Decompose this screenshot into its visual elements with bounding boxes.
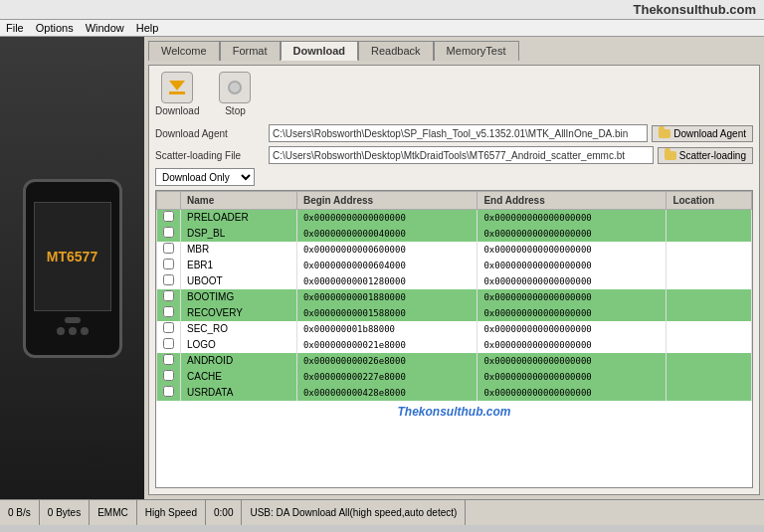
table-watermark: Thekonsulthub.com [156, 401, 752, 423]
checkbox-cache[interactable] [163, 370, 174, 381]
row-name: BOOTIMG [181, 289, 297, 305]
checkbox-bootimg[interactable] [163, 290, 174, 301]
agent-button[interactable]: Download Agent [652, 125, 753, 142]
row-location [667, 289, 752, 305]
row-begin: 0x000000000428e8000 [296, 385, 478, 401]
table-header-row: Name Begin Address End Address Location [157, 192, 752, 210]
checkbox-uboot[interactable] [163, 274, 174, 285]
row-end: 0x000000000000000000 [478, 385, 667, 401]
tabs: Welcome Format Download Readback MemoryT… [148, 41, 760, 61]
checkbox-dsp_bl[interactable] [163, 227, 174, 238]
col-end: End Address [478, 192, 667, 210]
row-name: RECOVERY [181, 305, 297, 321]
phone-dot-home [69, 327, 77, 335]
menubar: File Options Window Help [0, 20, 764, 37]
table-row: USRDATA0x000000000428e80000x000000000000… [157, 385, 752, 401]
menu-file[interactable]: File [6, 22, 24, 34]
row-begin: 0x00000000001588000 [296, 305, 478, 321]
row-name: EBR1 [181, 258, 297, 273]
checkbox-ebr1[interactable] [163, 259, 174, 269]
row-location [667, 353, 752, 369]
arrow-base [169, 91, 185, 94]
table-row: UBOOT0x000000000012800000x00000000000000… [157, 273, 752, 289]
table-row: SEC_RO0x000000001b880000x000000000000000… [157, 321, 752, 337]
col-name: Name [181, 192, 297, 210]
col-begin: Begin Address [296, 192, 478, 210]
tab-memorytest[interactable]: MemoryTest [434, 41, 519, 61]
table-row: MBR0x000000000006000000x0000000000000000… [157, 242, 752, 258]
table-row: LOGO0x000000000021e80000x000000000000000… [157, 337, 752, 353]
status-time: 0:00 [206, 500, 242, 525]
checkbox-recovery[interactable] [163, 306, 174, 317]
row-begin: 0x00000000000000000 [296, 210, 478, 226]
scatter-input[interactable] [269, 146, 654, 164]
mode-dropdown[interactable]: Download Only Firmware Upgrade Format Al… [155, 168, 255, 186]
scatter-button[interactable]: Scatter-loading [658, 147, 753, 164]
table-body: PRELOADER0x000000000000000000x0000000000… [157, 210, 752, 401]
row-checkbox-cell [157, 321, 181, 337]
row-name: UBOOT [181, 273, 297, 289]
stop-button[interactable]: Stop [219, 72, 251, 116]
row-end: 0x000000000000000000 [478, 337, 667, 353]
checkbox-sec_ro[interactable] [163, 322, 174, 333]
checkbox-preloader[interactable] [163, 211, 174, 222]
row-location [667, 305, 752, 321]
table-row: RECOVERY0x000000000015880000x00000000000… [157, 305, 752, 321]
table-row: EBR10x000000000006040000x000000000000000… [157, 258, 752, 273]
row-checkbox-cell [157, 353, 181, 369]
row-checkbox-cell [157, 258, 181, 273]
row-checkbox-cell [157, 369, 181, 385]
row-name: PRELOADER [181, 210, 297, 226]
row-end: 0x000000000000000000 [478, 369, 667, 385]
statusbar: 0 B/s 0 Bytes EMMC High Speed 0:00 USB: … [0, 499, 764, 525]
row-end: 0x000000000000000000 [478, 353, 667, 369]
row-checkbox-cell [157, 273, 181, 289]
row-checkbox-cell [157, 210, 181, 226]
download-label: Download [155, 105, 199, 116]
menu-help[interactable]: Help [136, 22, 159, 34]
menu-options[interactable]: Options [36, 22, 74, 34]
tab-download[interactable]: Download [281, 41, 359, 61]
scatter-label: Scatter-loading File [155, 150, 265, 161]
row-location [667, 369, 752, 385]
row-checkbox-cell [157, 242, 181, 258]
checkbox-logo[interactable] [163, 338, 174, 349]
partition-table-inner: Name Begin Address End Address Location … [156, 191, 752, 401]
row-begin: 0x000000000026e8000 [296, 353, 478, 369]
row-begin: 0x00000000001280000 [296, 273, 478, 289]
status-bytes: 0 Bytes [40, 500, 90, 525]
status-storage: EMMC [90, 500, 137, 525]
tab-readback[interactable]: Readback [358, 41, 434, 61]
row-begin: 0x00000000000600000 [296, 242, 478, 258]
row-location [667, 337, 752, 353]
row-end: 0x000000000000000000 [478, 289, 667, 305]
row-location [667, 321, 752, 337]
phone-dot-back [57, 327, 65, 335]
col-location: Location [667, 192, 752, 210]
table-row: BOOTIMG0x000000000018800000x000000000000… [157, 289, 752, 305]
stop-circle-icon [228, 81, 242, 94]
tab-welcome[interactable]: Welcome [148, 41, 220, 61]
download-icon [161, 72, 193, 103]
agent-label: Download Agent [155, 128, 265, 139]
folder-icon [659, 129, 670, 138]
row-name: MBR [181, 242, 297, 258]
row-end: 0x000000000000000000 [478, 226, 667, 242]
agent-input[interactable] [269, 124, 648, 142]
checkbox-android[interactable] [163, 354, 174, 365]
checkbox-usrdata[interactable] [163, 386, 174, 397]
phone-screen: MT6577 [34, 202, 111, 311]
phone-panel: MT6577 [0, 37, 144, 499]
checkbox-mbr[interactable] [163, 243, 174, 254]
tab-format[interactable]: Format [220, 41, 281, 61]
row-checkbox-cell [157, 289, 181, 305]
row-end: 0x000000000000000000 [478, 242, 667, 258]
table-row: ANDROID0x000000000026e80000x000000000000… [157, 353, 752, 369]
phone-dot-menu [81, 327, 89, 335]
partition-table: Name Begin Address End Address Location … [155, 190, 753, 488]
download-button[interactable]: Download [155, 72, 199, 116]
row-checkbox-cell [157, 385, 181, 401]
row-end: 0x000000000000000000 [478, 305, 667, 321]
table-row: DSP_BL0x000000000000400000x0000000000000… [157, 226, 752, 242]
menu-window[interactable]: Window [86, 22, 124, 34]
